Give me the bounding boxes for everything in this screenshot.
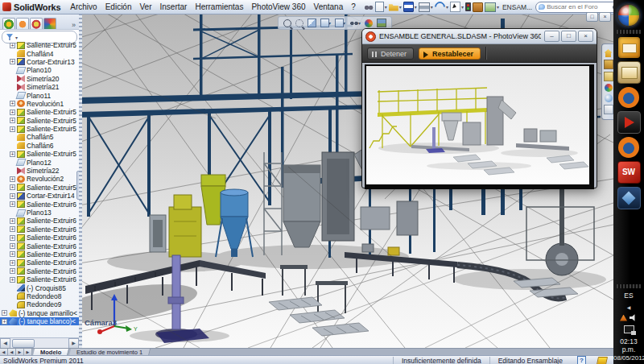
expand-icon[interactable]: + — [10, 43, 15, 48]
tree-item[interactable]: +Saliente-Extruir6 — [0, 225, 79, 234]
tree-item[interactable]: +Saliente-Extruir6 — [0, 200, 79, 208]
custom-properties-tab[interactable] — [604, 105, 613, 114]
menu-archivo[interactable]: Archivo — [66, 1, 101, 14]
expand-icon[interactable]: + — [10, 277, 15, 283]
solidworks-icon[interactable]: SW — [617, 161, 641, 184]
menu-photoview-360[interactable]: PhotoView 360 — [247, 1, 309, 14]
expand-icon[interactable]: + — [2, 319, 7, 325]
tree-item[interactable]: (-) Croquis85 — [0, 283, 79, 292]
palette-tab[interactable] — [605, 84, 613, 92]
dropdown-arrow-icon[interactable]: ▾ — [461, 4, 464, 10]
expand-icon[interactable]: + — [10, 251, 15, 257]
appearances-tab[interactable] — [605, 94, 613, 102]
notification-icon[interactable] — [620, 315, 627, 321]
tree-item[interactable]: +Saliente-Extruir5 — [0, 41, 79, 49]
dropdown-arrow-icon[interactable]: ▾ — [431, 4, 433, 10]
menu-edici-n[interactable]: Edición — [101, 1, 136, 14]
expand-icon[interactable]: + — [10, 176, 15, 182]
tree-item[interactable]: +Saliente-Extruir6 — [0, 234, 79, 242]
tree-item[interactable]: +Saliente-Extruir5 — [0, 184, 79, 192]
tree-item[interactable]: +Saliente-Extruir5 — [0, 117, 79, 125]
expand-icon[interactable]: + — [10, 235, 15, 241]
expand-icon[interactable]: + — [10, 260, 15, 266]
tree-item[interactable]: +Saliente-Extruir6 — [0, 217, 79, 225]
windows-start-orb-icon[interactable] — [617, 3, 641, 27]
panel-splitter[interactable] — [79, 14, 82, 348]
expand-icon[interactable]: + — [2, 310, 7, 316]
design-library-tab[interactable] — [604, 60, 613, 69]
expand-icon[interactable]: + — [10, 226, 15, 232]
menu-herramientas[interactable]: Herramientas — [191, 1, 247, 14]
menu-ventana[interactable]: Ventana — [310, 1, 348, 14]
tree-item[interactable]: Plano13 — [0, 209, 79, 217]
home-tab[interactable] — [605, 49, 613, 57]
expand-icon[interactable]: + — [10, 184, 15, 190]
outlook-icon[interactable] — [618, 37, 640, 58]
dropdown-arrow-icon[interactable]: ▾ — [446, 4, 448, 10]
photoview-close-button[interactable]: × — [578, 31, 593, 42]
select-arrow-button[interactable]: ▾ — [450, 2, 464, 12]
tree-item[interactable]: Chaflán6 — [0, 142, 79, 150]
firefox-2-icon[interactable] — [618, 137, 639, 158]
scroll-thumb[interactable] — [12, 339, 35, 348]
tree-item[interactable]: +Cortar-Extruir14 — [0, 192, 79, 200]
reset-render-button[interactable]: Restablecer — [419, 48, 481, 60]
tree-item[interactable]: +Saliente-Extruir6 — [0, 259, 79, 267]
expand-icon[interactable]: + — [10, 110, 15, 115]
network-icon[interactable] — [624, 325, 634, 333]
photoview-titlebar[interactable]: ENSAMBLE GENERAL.SLDASM - PhotoView 360 … — [362, 29, 597, 44]
tree-item[interactable]: +Saliente-Extruir6 — [0, 250, 79, 259]
tree-item[interactable]: +Saliente-Extruir5 — [0, 125, 79, 133]
zoom-fit-button[interactable] — [283, 19, 291, 27]
tree-item[interactable]: Simetría22 — [0, 167, 79, 175]
menu-insertar[interactable]: Insertar — [156, 1, 192, 14]
search-input[interactable] — [545, 3, 613, 10]
new-document-button[interactable]: ▾ — [375, 2, 387, 12]
explorer-icon[interactable] — [617, 61, 641, 84]
dropdown-arrow-icon[interactable]: ▾ — [385, 4, 387, 10]
dropdown-arrow-icon[interactable]: ▾ — [415, 4, 417, 10]
media-player-red-icon[interactable] — [617, 111, 641, 134]
quick-tips-icon[interactable]: ? — [577, 356, 586, 364]
photoview-window[interactable]: ENSAMBLE GENERAL.SLDASM - PhotoView 360 … — [361, 28, 597, 188]
tab-overflow-chevron[interactable]: » — [72, 21, 77, 29]
section-view-button[interactable] — [308, 19, 316, 27]
speaker-icon[interactable] — [630, 314, 638, 321]
clock-date[interactable]: 08/05/2012 — [613, 354, 644, 362]
tree-item[interactable]: +Cortar-Extruir13 — [0, 58, 79, 66]
doc-restore-button[interactable]: □ — [586, 12, 598, 22]
tree-item[interactable]: +(-) tanque amarillo< — [0, 309, 79, 317]
expand-icon[interactable]: + — [10, 218, 15, 224]
edrawings-icon[interactable] — [617, 187, 641, 209]
forum-search[interactable]: ▾ — [535, 2, 625, 13]
tree-item[interactable]: Simetría20 — [0, 75, 79, 83]
tree-item[interactable]: Chaflán5 — [0, 133, 79, 141]
scene-button[interactable] — [377, 19, 386, 27]
photoview-minimize-button[interactable]: – — [544, 31, 559, 42]
tree-item[interactable]: +Saliente-Extruir5 — [0, 150, 79, 158]
doc-close-button[interactable]: × — [599, 12, 611, 22]
tree-item[interactable]: Plano11 — [0, 91, 79, 99]
display-style-button[interactable]: ▾ — [320, 19, 331, 27]
tree-item[interactable]: Simetría21 — [0, 83, 79, 91]
tree-item[interactable]: Plano10 — [0, 66, 79, 74]
tree-horizontal-scrollbar[interactable]: ◀ ▶ — [0, 337, 79, 348]
options-window-button[interactable]: ▾ — [485, 2, 499, 12]
scroll-left-icon[interactable]: ◀ — [0, 338, 10, 349]
expand-icon[interactable]: + — [10, 118, 15, 123]
dropdown-arrow-icon[interactable]: ▾ — [399, 4, 402, 10]
view-orientation-button[interactable]: ▾ — [335, 19, 345, 27]
featuremanager-tab[interactable] — [2, 18, 15, 29]
file-explorer-tab[interactable] — [604, 72, 613, 81]
hide-show-button[interactable]: ▾ — [349, 19, 361, 27]
print-button[interactable]: ▾ — [419, 2, 433, 12]
tree-item[interactable]: +Saliente-Extruir6 — [0, 242, 79, 250]
tree-item[interactable]: Plano12 — [0, 158, 79, 166]
undo-button[interactable]: ▾ — [435, 2, 448, 12]
expand-icon[interactable]: + — [10, 201, 15, 207]
tree-item[interactable]: Redondeo9 — [0, 300, 79, 308]
open-button[interactable]: ▾ — [389, 3, 402, 11]
expand-icon[interactable]: + — [10, 126, 15, 132]
tree-item[interactable]: +Saliente-Extruir6 — [0, 275, 79, 283]
expand-icon[interactable]: + — [10, 268, 15, 274]
